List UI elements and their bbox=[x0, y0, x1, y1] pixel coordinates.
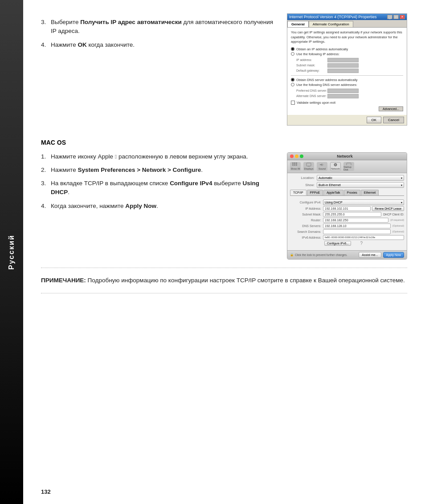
mac-lock-text: Click the lock to prevent further change… bbox=[295, 253, 347, 256]
top-steps-text: 3. Выберите Получить IP адрес автоматиче… bbox=[41, 18, 278, 126]
win-advanced-btn[interactable]: Advanced... bbox=[379, 106, 403, 111]
win-close-btn[interactable]: ✕ bbox=[400, 15, 405, 19]
win-ok-btn[interactable]: OK bbox=[367, 117, 382, 123]
mac-router-field-label: Router: bbox=[290, 219, 321, 222]
mac-toolbar-showall[interactable]: Show All bbox=[290, 162, 301, 171]
mac-content: Configure IPv4: Using DHCP ▾ IP Address:… bbox=[290, 198, 404, 248]
win-minimize-btn[interactable]: _ bbox=[387, 15, 392, 19]
mac-dialog-screenshot: Network Show All Displays Sound bbox=[287, 152, 407, 260]
mac-dns-row: DNS Servers: 192.168.128.10 (Optional) bbox=[290, 224, 404, 228]
win-radio-manual-label: Use the following IP address: bbox=[296, 52, 339, 56]
mac-showall-label: Show All bbox=[290, 167, 300, 170]
win-radio-auto-ip[interactable]: Obtain an IP address automatically bbox=[291, 47, 403, 51]
mac-dns-optional: (Optional) bbox=[392, 224, 404, 227]
mac-step-2-number: 2. bbox=[41, 166, 51, 175]
note-label: ПРИМЕЧАНИЕ: bbox=[41, 277, 86, 284]
mac-ip-value: 192.168.102.101 bbox=[325, 207, 348, 210]
mac-ip-field-input[interactable]: 192.168.102.101 bbox=[323, 206, 371, 211]
mac-minimize-light[interactable] bbox=[295, 154, 298, 158]
mac-ipv6-field-label: IPv6 Address: bbox=[290, 236, 321, 239]
mac-configure-ipv6-btn[interactable]: Configure IPv6... bbox=[324, 241, 351, 246]
mac-dns-field-label: DNS Servers: bbox=[290, 224, 321, 228]
svg-rect-7 bbox=[308, 166, 310, 167]
win-subnet-label: Subnet mask: bbox=[296, 64, 327, 67]
svg-rect-5 bbox=[296, 164, 297, 166]
mac-apply-btn[interactable]: Apply Now bbox=[383, 252, 404, 258]
mac-show-label: Show: bbox=[290, 183, 315, 187]
win-validate-checkbox[interactable]: Validate settings upon exit bbox=[291, 101, 403, 105]
mac-section: MAC OS 1. Нажмите иконку Apple  располо… bbox=[41, 139, 407, 260]
win-tab-alternate[interactable]: Alternate Configuration bbox=[309, 21, 353, 27]
svg-rect-3 bbox=[292, 164, 294, 166]
mac-question-icon[interactable]: ? bbox=[360, 241, 363, 246]
win-field-gateway: Default gateway: bbox=[296, 69, 403, 73]
mac-toolbar: Show All Displays Sound Network bbox=[287, 160, 407, 173]
mac-router-row: Router: 192.168.182.250 (if required) bbox=[290, 218, 404, 223]
win-radio-dns-manual-dot bbox=[291, 83, 294, 86]
mac-search-field-input[interactable] bbox=[323, 229, 391, 234]
mac-step-4: 4. Когда закончите, нажмите Apply Now. bbox=[41, 202, 278, 211]
mac-location-select[interactable]: Automatic ▾ bbox=[317, 175, 404, 181]
svg-rect-0 bbox=[292, 163, 294, 164]
step-4: 4. Нажмите OK когда закончите. bbox=[41, 41, 278, 49]
win-preferred-dns-label: Preferred DNS server: bbox=[296, 89, 327, 92]
mac-assist-btn[interactable]: Assist me... bbox=[359, 252, 381, 258]
win-tab-general[interactable]: General bbox=[287, 21, 309, 27]
mac-toolbar-startup[interactable]: Startup Disk bbox=[343, 162, 354, 171]
mac-show-select[interactable]: Built-in Ethernet ▾ bbox=[317, 182, 404, 188]
mac-lock-icon[interactable]: 🔒 bbox=[290, 253, 294, 256]
win-radio-manual-dot bbox=[291, 52, 294, 56]
windows-dialog-screenshot: Internet Protocol Version 4 (TCP/IPv4) P… bbox=[287, 13, 407, 126]
mac-body: Location: Automatic ▾ Show: Built-in Eth… bbox=[287, 173, 407, 250]
mac-router-value: 192.168.182.250 bbox=[325, 219, 348, 222]
mac-lock-area: 🔒 Click the lock to prevent further chan… bbox=[290, 253, 347, 256]
mac-renew-btn[interactable]: Renew DHCP Lease bbox=[372, 206, 404, 211]
win-divider bbox=[291, 75, 403, 76]
note-block: ПРИМЕЧАНИЕ: Подробную информацию по конф… bbox=[41, 276, 407, 285]
step-3-content: Выберите Получить IP адрес автоматически… bbox=[51, 18, 278, 36]
mac-step-4-content: Когда закончите, нажмите Apply Now. bbox=[51, 202, 278, 211]
mac-titlebar: Network bbox=[287, 153, 407, 160]
mac-dns-field-input[interactable]: 192.168.128.10 bbox=[323, 224, 391, 228]
mac-tab-tcpip[interactable]: TCP/IP bbox=[290, 190, 306, 195]
win-ip-input[interactable] bbox=[327, 58, 359, 62]
win-field-alt-dns: Alternate DNS server: bbox=[296, 94, 403, 98]
mac-search-optional: (Optional) bbox=[392, 230, 404, 233]
mac-toolbar-network[interactable]: Network bbox=[330, 162, 341, 171]
mac-toolbar-sound[interactable]: Sound bbox=[317, 162, 327, 171]
mac-tab-pppoe[interactable]: PPPoE bbox=[307, 190, 323, 195]
note-text: Подробную информацию по конфигурации нас… bbox=[86, 277, 405, 284]
svg-rect-11 bbox=[347, 163, 351, 165]
win-preferred-dns-input[interactable] bbox=[327, 89, 359, 93]
mac-ipv6-value: fe80::0000:0000:0000:0213:24ff:fe32:b18e bbox=[325, 236, 375, 239]
win-radio-manual-ip[interactable]: Use the following IP address: bbox=[291, 52, 403, 56]
mac-tab-ethernet[interactable]: Ethernet bbox=[361, 190, 379, 195]
win-radio-auto-dot bbox=[291, 47, 294, 51]
mac-router-field-input[interactable]: 192.168.182.250 bbox=[323, 218, 388, 223]
mac-subnet-row: Subnet Mask: 255.255.255.0 DHCP Client I… bbox=[290, 212, 404, 217]
win-cancel-btn[interactable]: Cancel bbox=[383, 117, 404, 123]
mac-close-light[interactable] bbox=[290, 154, 294, 158]
mac-configure-arrow: ▾ bbox=[401, 201, 402, 204]
win-radio-dns-manual[interactable]: Use the following DNS server addresses: bbox=[291, 83, 403, 87]
apple-icon:  bbox=[115, 153, 117, 161]
win-maximize-btn[interactable]: □ bbox=[393, 15, 399, 19]
mac-maximize-light[interactable] bbox=[300, 154, 303, 158]
mac-step-3-content: На вкладке TCP/IP в выпадающем списке Co… bbox=[51, 179, 278, 197]
win-radio-dns-auto[interactable]: Obtain DNS server address automatically bbox=[291, 78, 403, 82]
mac-tab-appletalk[interactable]: AppleTalk bbox=[323, 190, 343, 195]
mac-subnet-field-input[interactable]: 255.255.255.0 bbox=[323, 212, 381, 217]
mac-toolbar-displays[interactable]: Displays bbox=[303, 162, 314, 171]
win-advanced-row: Advanced... bbox=[291, 106, 403, 111]
win-gateway-input[interactable] bbox=[327, 69, 359, 73]
win-radio-dns-auto-label: Obtain DNS server address automatically bbox=[296, 78, 358, 82]
mac-tabs-row: TCP/IP PPPoE AppleTalk Proxies Ethernet bbox=[290, 190, 404, 196]
mac-section-title: MAC OS bbox=[41, 139, 407, 146]
mac-location-row: Location: Automatic ▾ bbox=[290, 175, 404, 181]
mac-ipv6-field-input[interactable]: fe80::0000:0000:0000:0213:24ff:fe32:b18e bbox=[323, 235, 404, 240]
mac-configure-select[interactable]: Using DHCP ▾ bbox=[323, 199, 404, 205]
mac-tab-proxies[interactable]: Proxies bbox=[344, 190, 360, 195]
win-alt-dns-input[interactable] bbox=[327, 94, 359, 98]
mac-search-row: Search Domains: (Optional) bbox=[290, 229, 404, 234]
win-subnet-input[interactable] bbox=[327, 63, 359, 68]
